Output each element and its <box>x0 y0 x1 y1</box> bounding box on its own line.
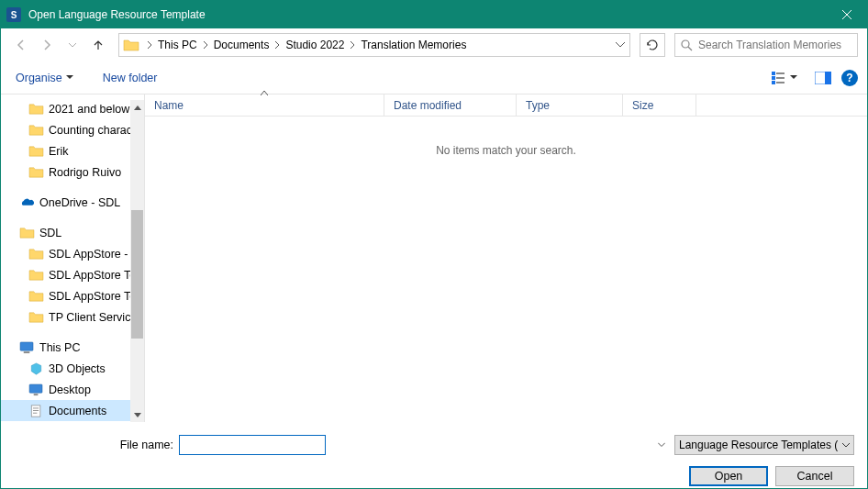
tree-item-label: Documents <box>49 405 106 417</box>
tree-item-thispc[interactable]: This PC <box>1 337 144 358</box>
tree-item-label: SDL <box>39 227 61 239</box>
folder-icon <box>28 145 44 158</box>
chevron-right-icon[interactable] <box>346 41 359 49</box>
open-button[interactable]: Open <box>689 466 768 486</box>
tree-item[interactable]: SDL AppStore Team <box>1 264 144 285</box>
tree-item-label: 2021 and below <box>49 103 129 116</box>
thispc-icon <box>19 341 35 354</box>
refresh-button[interactable] <box>640 33 665 57</box>
tree-item[interactable]: SDL AppStore Team <box>1 285 144 306</box>
search-icon <box>681 39 693 51</box>
tree-item-onedrive[interactable]: OneDrive - SDL <box>1 192 144 213</box>
column-name-label: Name <box>154 99 184 112</box>
folder-icon <box>121 35 141 55</box>
column-size[interactable]: Size <box>623 94 696 116</box>
cancel-button[interactable]: Cancel <box>775 466 854 486</box>
svg-rect-3 <box>772 81 775 84</box>
folder-tree[interactable]: 2021 and below Counting characters Erik … <box>1 94 145 422</box>
chevron-down-icon <box>66 75 73 80</box>
recent-dropdown[interactable] <box>61 34 83 56</box>
chevron-right-icon[interactable] <box>143 41 156 49</box>
tree-item[interactable]: Rodrigo Ruivo <box>1 161 144 183</box>
file-type-select[interactable]: Language Resource Templates ( <box>674 435 854 455</box>
svg-rect-6 <box>776 82 785 83</box>
column-size-label: Size <box>632 99 653 112</box>
svg-rect-15 <box>33 410 39 411</box>
scroll-up-button[interactable] <box>130 100 144 115</box>
tree-item[interactable]: Desktop <box>1 379 144 400</box>
filename-combo[interactable] <box>179 435 669 455</box>
onedrive-icon <box>19 196 35 209</box>
column-date-modified[interactable]: Date modified <box>384 94 517 116</box>
help-button[interactable]: ? <box>841 70 858 86</box>
tree-item[interactable]: Erik <box>1 140 144 161</box>
tree-item[interactable]: Counting characters <box>1 119 144 140</box>
filename-input[interactable] <box>179 435 326 455</box>
breadcrumb-documents[interactable]: Documents <box>212 39 272 51</box>
svg-rect-16 <box>33 412 37 413</box>
organise-label: Organise <box>16 72 62 84</box>
folder-icon <box>28 166 44 179</box>
folder-icon <box>28 269 44 282</box>
address-bar[interactable]: This PC Documents Studio 2022 Translatio… <box>118 33 630 57</box>
tree-scrollbar[interactable] <box>130 100 144 422</box>
tree-item[interactable]: 2021 and below <box>1 98 144 119</box>
folder-icon <box>19 227 35 239</box>
svg-rect-8 <box>825 72 831 84</box>
breadcrumb-studio[interactable]: Studio 2022 <box>284 39 346 51</box>
folder-icon <box>28 124 44 137</box>
chevron-right-icon[interactable] <box>199 41 212 49</box>
tree-item-label: 3D Objects <box>49 362 106 375</box>
tree-item-label: TP Client Services <box>49 311 143 324</box>
breadcrumb-this-pc[interactable]: This PC <box>156 39 199 51</box>
tree-item-sdl[interactable]: SDL <box>1 222 144 243</box>
sort-up-icon <box>261 91 268 95</box>
close-button[interactable] <box>826 1 867 28</box>
breadcrumb-tms[interactable]: Translation Memories <box>359 39 468 51</box>
column-type[interactable]: Type <box>517 94 623 116</box>
svg-rect-14 <box>33 407 39 408</box>
back-button[interactable] <box>10 34 32 56</box>
file-type-label: Language Resource Templates ( <box>679 439 838 451</box>
column-name[interactable]: Name <box>145 94 384 116</box>
preview-pane-icon <box>815 72 831 84</box>
tree-item[interactable]: Documents <box>1 400 144 421</box>
svg-rect-5 <box>776 77 785 79</box>
chevron-down-icon <box>842 443 850 448</box>
tree-item[interactable]: TP Client Services <box>1 306 144 328</box>
tree-item-label: Rodrigo Ruivo <box>49 166 121 179</box>
file-list[interactable]: Name Date modified Type Size No items ma… <box>145 94 867 422</box>
organise-button[interactable]: Organise <box>10 68 79 88</box>
filename-label: File name: <box>14 439 173 451</box>
forward-button[interactable] <box>36 34 58 56</box>
chevron-down-icon <box>658 443 665 448</box>
scroll-thumb[interactable] <box>131 210 143 339</box>
up-button[interactable] <box>87 34 109 56</box>
chevron-down-icon <box>790 75 797 80</box>
search-input[interactable] <box>698 39 851 51</box>
svg-rect-9 <box>20 341 33 350</box>
desktop-icon <box>28 383 44 396</box>
tree-item[interactable]: SDL AppStore - Develop <box>1 243 144 264</box>
address-dropdown[interactable] <box>611 34 629 56</box>
empty-message: No items match your search. <box>145 117 867 184</box>
svg-rect-12 <box>34 394 39 395</box>
view-button[interactable] <box>768 70 801 86</box>
search-box[interactable] <box>674 33 858 57</box>
column-type-label: Type <box>526 99 550 112</box>
column-date-label: Date modified <box>394 99 462 112</box>
folder-icon <box>28 311 44 324</box>
scroll-down-button[interactable] <box>130 407 144 422</box>
app-icon: S <box>6 7 21 22</box>
svg-rect-1 <box>772 72 775 75</box>
tree-item[interactable]: 3D Objects <box>1 358 144 379</box>
new-folder-button[interactable]: New folder <box>97 68 163 88</box>
svg-point-0 <box>682 40 689 48</box>
preview-pane-button[interactable] <box>810 66 836 90</box>
toolbar: Organise New folder ? <box>1 61 867 94</box>
folder-icon <box>28 103 44 116</box>
file-list-header: Name Date modified Type Size <box>145 94 867 117</box>
chevron-right-icon[interactable] <box>271 41 284 49</box>
svg-rect-2 <box>772 76 775 80</box>
content-area: 2021 and below Counting characters Erik … <box>1 94 867 422</box>
